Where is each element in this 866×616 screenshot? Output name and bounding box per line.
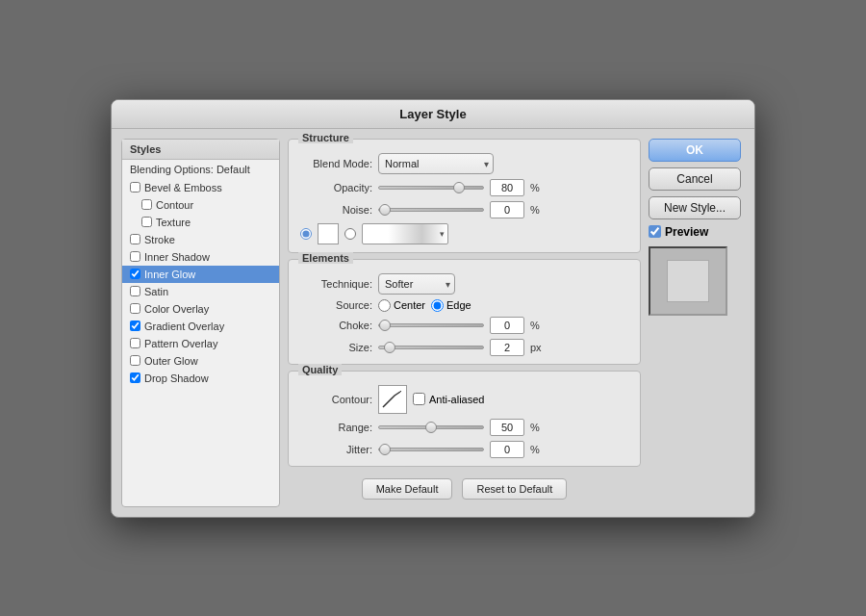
color-overlay-checkbox[interactable] [130, 303, 140, 314]
layer-style-dialog: Layer Style Styles Blending Options: Def… [111, 99, 755, 518]
satin-label: Satin [144, 286, 168, 297]
sidebar-item-inner-glow[interactable]: Inner Glow [122, 266, 279, 283]
inner-glow-checkbox[interactable] [130, 269, 140, 279]
gradient-overlay-checkbox[interactable] [130, 321, 140, 331]
size-slider[interactable] [378, 341, 484, 354]
sidebar-item-stroke[interactable]: Stroke [122, 231, 279, 248]
noise-slider[interactable] [378, 203, 484, 217]
contour-label: Contour [156, 199, 193, 211]
ok-button[interactable]: OK [649, 139, 741, 162]
sidebar-item-contour[interactable]: Contour [122, 196, 279, 214]
outer-glow-checkbox[interactable] [130, 355, 140, 366]
sidebar-item-inner-shadow[interactable]: Inner Shadow [122, 248, 279, 266]
noise-row: Noise: % [300, 201, 628, 218]
color-swatch[interactable] [318, 223, 339, 244]
color-row [300, 223, 628, 244]
sidebar-item-gradient-overlay[interactable]: Gradient Overlay [122, 318, 279, 335]
opacity-input[interactable] [490, 179, 524, 196]
preview-checkbox[interactable] [649, 225, 661, 238]
contour-row: Contour: Anti-aliased [300, 385, 628, 414]
sidebar-item-texture[interactable]: Texture [122, 214, 279, 231]
noise-input[interactable] [490, 201, 524, 218]
opacity-row: Opacity: % [300, 179, 628, 196]
sidebar-item-outer-glow[interactable]: Outer Glow [122, 352, 279, 370]
opacity-unit: % [530, 182, 540, 193]
preview-inner [667, 260, 709, 302]
elements-section-title: Elements [298, 252, 353, 264]
choke-row: Choke: % [300, 317, 628, 334]
range-row: Range: % [300, 419, 628, 436]
right-panel: OK Cancel New Style... Preview [649, 139, 745, 507]
color-overlay-label: Color Overlay [144, 303, 209, 315]
stroke-checkbox[interactable] [130, 234, 140, 244]
range-unit: % [530, 422, 540, 433]
contour-checkbox[interactable] [141, 199, 152, 210]
choke-unit: % [530, 320, 540, 331]
jitter-label: Jitter: [300, 444, 372, 455]
new-style-button[interactable]: New Style... [649, 196, 741, 219]
technique-select-wrapper[interactable]: Softer Precise [378, 273, 455, 295]
noise-unit: % [530, 204, 540, 216]
anti-alias-row: Anti-aliased [413, 393, 484, 405]
blending-options-item[interactable]: Blending Options: Default [122, 160, 279, 179]
technique-label: Technique: [300, 278, 372, 290]
center-radio[interactable] [378, 299, 391, 312]
color-radio-gradient[interactable] [344, 228, 356, 240]
jitter-input[interactable] [490, 441, 524, 458]
preview-box [649, 246, 727, 316]
texture-checkbox[interactable] [141, 217, 152, 227]
color-radio-solid[interactable] [300, 228, 312, 240]
noise-label: Noise: [300, 204, 372, 216]
svg-line-0 [400, 391, 401, 392]
sidebar-item-bevel[interactable]: Bevel & Emboss [122, 179, 279, 196]
stroke-label: Stroke [144, 234, 175, 245]
dialog-title: Layer Style [112, 100, 754, 129]
sidebar-item-satin[interactable]: Satin [122, 283, 279, 300]
anti-alias-checkbox[interactable] [413, 393, 425, 405]
contour-preview[interactable] [378, 385, 407, 414]
pattern-overlay-checkbox[interactable] [130, 338, 140, 348]
size-label: Size: [300, 342, 372, 353]
structure-section: Structure Blend Mode: Normal Dissolve Da… [288, 139, 641, 253]
opacity-label: Opacity: [300, 182, 372, 193]
technique-select[interactable]: Softer Precise [378, 273, 455, 295]
range-label: Range: [300, 422, 372, 433]
blend-mode-select-wrapper[interactable]: Normal Dissolve Darken Multiply Screen O… [378, 153, 494, 174]
preview-label: Preview [665, 225, 708, 239]
size-input[interactable] [490, 339, 524, 356]
blend-mode-label: Blend Mode: [300, 158, 372, 169]
satin-checkbox[interactable] [130, 286, 140, 296]
range-slider[interactable] [378, 421, 484, 434]
pattern-overlay-label: Pattern Overlay [144, 338, 217, 349]
choke-slider[interactable] [378, 319, 484, 332]
color-gradient-box[interactable] [362, 223, 448, 244]
blend-mode-select[interactable]: Normal Dissolve Darken Multiply Screen O… [378, 153, 494, 174]
range-input[interactable] [490, 419, 524, 436]
inner-shadow-checkbox[interactable] [130, 251, 140, 262]
edge-radio[interactable] [431, 299, 444, 312]
jitter-row: Jitter: % [300, 441, 628, 458]
edge-label: Edge [446, 299, 471, 311]
cancel-button[interactable]: Cancel [649, 167, 741, 191]
main-panel: Structure Blend Mode: Normal Dissolve Da… [288, 139, 641, 507]
make-default-button[interactable]: Make Default [362, 478, 453, 500]
edge-radio-label[interactable]: Edge [431, 299, 471, 312]
choke-input[interactable] [490, 317, 524, 334]
choke-label: Choke: [300, 320, 372, 331]
center-label: Center [394, 299, 425, 311]
sidebar-item-pattern-overlay[interactable]: Pattern Overlay [122, 335, 279, 352]
inner-glow-label: Inner Glow [144, 269, 195, 280]
drop-shadow-label: Drop Shadow [144, 372, 209, 384]
center-radio-label[interactable]: Center [378, 299, 425, 312]
reset-default-button[interactable]: Reset to Default [462, 478, 567, 500]
opacity-slider[interactable] [378, 181, 484, 194]
bevel-checkbox[interactable] [130, 182, 140, 192]
drop-shadow-checkbox[interactable] [130, 372, 140, 383]
anti-alias-label: Anti-aliased [429, 394, 484, 405]
outer-glow-label: Outer Glow [144, 355, 198, 367]
quality-section-title: Quality [298, 364, 342, 375]
jitter-slider[interactable] [378, 443, 484, 456]
sidebar-item-drop-shadow[interactable]: Drop Shadow [122, 370, 279, 387]
structure-section-title: Structure [298, 132, 353, 143]
sidebar-item-color-overlay[interactable]: Color Overlay [122, 300, 279, 318]
